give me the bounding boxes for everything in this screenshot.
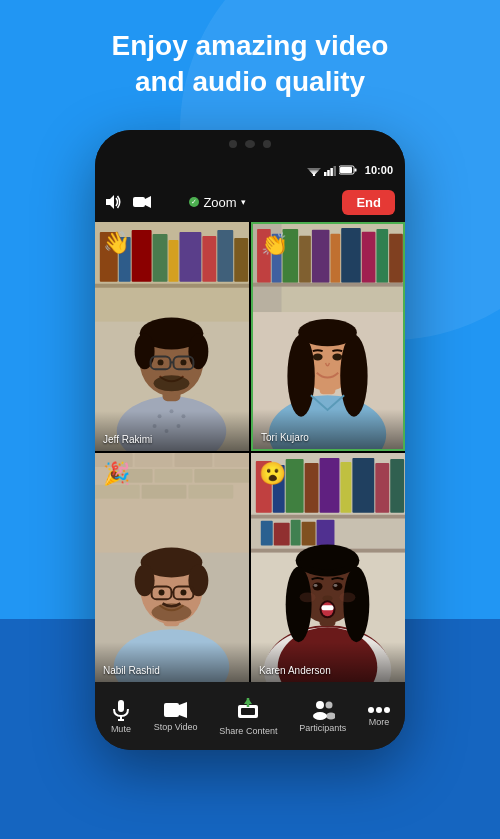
share-icon <box>237 697 259 719</box>
svg-rect-105 <box>291 520 301 546</box>
share-content-button[interactable]: Share Content <box>209 691 287 742</box>
svg-rect-20 <box>169 240 179 282</box>
svg-point-138 <box>313 712 327 720</box>
mic-icon <box>110 699 132 721</box>
phone-device: 10:00 ✓ Zoom ▾ End <box>95 130 405 750</box>
svg-point-117 <box>300 546 356 570</box>
svg-rect-128 <box>118 700 124 712</box>
jeff-emoji: 👋 <box>103 230 130 256</box>
svg-rect-103 <box>261 521 273 546</box>
jeff-video <box>95 222 249 451</box>
svg-rect-73 <box>155 469 193 483</box>
svg-point-143 <box>384 707 390 713</box>
svg-rect-4 <box>324 172 327 176</box>
svg-point-38 <box>158 414 162 418</box>
zoom-badge: ✓ Zoom ▾ <box>189 195 245 210</box>
svg-point-139 <box>325 701 332 708</box>
svg-marker-11 <box>106 195 114 209</box>
svg-point-31 <box>188 334 208 370</box>
zoom-toolbar: ✓ Zoom ▾ End <box>95 182 405 222</box>
svg-rect-23 <box>217 230 233 282</box>
svg-rect-51 <box>312 230 330 283</box>
svg-point-39 <box>170 409 174 413</box>
svg-rect-52 <box>330 234 340 283</box>
svg-point-37 <box>154 375 190 391</box>
participant-cell-karen: 😮 Karen Anderson <box>251 453 405 682</box>
svg-rect-106 <box>302 522 316 546</box>
svg-rect-71 <box>214 453 249 467</box>
svg-rect-6 <box>330 168 333 176</box>
svg-rect-25 <box>95 284 249 288</box>
svg-point-126 <box>300 592 316 602</box>
karen-video <box>251 453 405 682</box>
svg-rect-77 <box>188 485 233 499</box>
stop-video-label: Stop Video <box>154 722 198 732</box>
phone-bezel <box>95 130 405 158</box>
svg-rect-5 <box>327 170 330 176</box>
svg-rect-7 <box>333 166 336 176</box>
svg-rect-50 <box>299 236 311 283</box>
stop-video-button[interactable]: Stop Video <box>144 695 208 738</box>
svg-rect-19 <box>153 234 168 282</box>
svg-rect-94 <box>286 459 304 513</box>
svg-rect-99 <box>375 463 389 513</box>
svg-point-118 <box>313 582 323 590</box>
svg-point-120 <box>314 584 318 587</box>
front-camera <box>229 140 237 148</box>
svg-marker-132 <box>179 702 187 718</box>
svg-point-42 <box>165 429 169 433</box>
svg-point-43 <box>176 424 180 428</box>
participant-cell-nabil: 🎉 Nabil Rashid <box>95 453 249 682</box>
people-icon <box>311 700 335 720</box>
mute-button[interactable]: Mute <box>100 693 142 740</box>
karen-name: Karen Anderson <box>259 665 331 676</box>
status-bar: 10:00 <box>95 158 405 182</box>
svg-point-142 <box>376 707 382 713</box>
svg-rect-69 <box>135 453 173 467</box>
svg-rect-57 <box>253 283 403 287</box>
svg-rect-101 <box>251 515 405 519</box>
svg-rect-125 <box>322 605 334 610</box>
video-icon <box>164 701 188 719</box>
dots-icon <box>368 706 390 714</box>
share-icon-wrapper <box>237 697 259 723</box>
svg-point-35 <box>158 359 164 365</box>
dropdown-chevron[interactable]: ▾ <box>241 197 246 207</box>
svg-rect-22 <box>202 236 216 282</box>
svg-point-127 <box>339 592 355 602</box>
nabil-video <box>95 453 249 682</box>
svg-rect-95 <box>305 463 319 513</box>
more-button[interactable]: More <box>358 700 400 733</box>
svg-rect-54 <box>362 232 376 283</box>
svg-point-121 <box>333 584 337 587</box>
wifi-icon <box>307 165 321 176</box>
svg-marker-13 <box>145 196 151 208</box>
svg-rect-12 <box>133 197 145 207</box>
participants-button[interactable]: Participants <box>289 694 356 739</box>
svg-rect-56 <box>389 234 403 283</box>
svg-point-61 <box>287 335 314 417</box>
svg-point-40 <box>181 414 185 418</box>
speaker-icon[interactable] <box>105 194 123 210</box>
svg-rect-70 <box>174 453 212 467</box>
svg-point-137 <box>316 701 324 709</box>
signal-icon <box>324 165 336 176</box>
svg-point-62 <box>340 335 367 417</box>
connected-dot: ✓ <box>189 197 199 207</box>
header-line1: Enjoy amazing video <box>112 30 389 61</box>
svg-rect-74 <box>194 469 249 483</box>
svg-rect-9 <box>354 169 356 172</box>
svg-rect-55 <box>376 229 388 283</box>
tori-emoji: 👏 <box>261 232 288 258</box>
end-button[interactable]: End <box>342 190 395 215</box>
camera-icon[interactable] <box>133 195 151 209</box>
svg-rect-96 <box>320 458 340 513</box>
svg-rect-24 <box>234 238 248 282</box>
karen-emoji: 😮 <box>259 461 286 487</box>
jeff-name: Jeff Rakimi <box>103 434 152 445</box>
svg-rect-134 <box>241 708 255 715</box>
svg-point-36 <box>180 359 186 365</box>
svg-rect-98 <box>352 458 374 513</box>
front-sensor <box>263 140 271 148</box>
share-label: Share Content <box>219 726 277 736</box>
